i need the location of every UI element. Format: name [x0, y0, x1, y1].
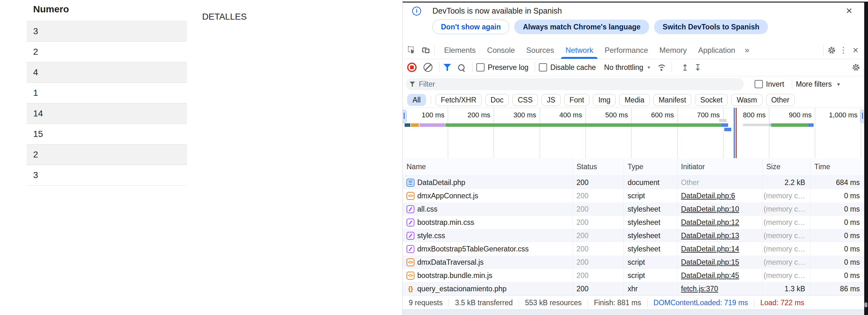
- network-request-row[interactable]: style.css200stylesheetDataDetail.php:13(…: [403, 229, 868, 242]
- chip-img[interactable]: Img: [593, 94, 616, 106]
- timeline-tick-label: 600 ms: [623, 111, 674, 119]
- network-request-row[interactable]: bootstrap.min.css200stylesheetDataDetail…: [403, 216, 868, 229]
- chip-fetchxhr[interactable]: Fetch/XHR: [436, 94, 482, 106]
- search-icon[interactable]: [458, 64, 465, 71]
- export-har-icon[interactable]: ↧: [694, 63, 702, 73]
- initiator-link[interactable]: DataDetail.php:10: [681, 205, 739, 213]
- filter-input-funnel-icon: [410, 82, 415, 87]
- divider: [792, 79, 792, 89]
- preserve-log-checkbox[interactable]: [476, 63, 485, 71]
- tab-network[interactable]: Network: [560, 41, 599, 59]
- window-top-edge: [403, 2, 868, 3]
- chip-doc[interactable]: Doc: [485, 94, 509, 106]
- status-segment: 553 kB resources: [519, 298, 588, 307]
- tab-sources[interactable]: Sources: [521, 41, 560, 59]
- initiator-link[interactable]: DataDetail.php:6: [681, 192, 735, 200]
- initiator-cell: Other: [677, 176, 763, 189]
- initiator-link[interactable]: DataDetail.php:12: [681, 218, 739, 227]
- type-cell: script: [624, 256, 677, 269]
- chip-font[interactable]: Font: [564, 94, 589, 106]
- network-settings-gear-icon[interactable]: [851, 63, 861, 72]
- match-chrome-language-button[interactable]: Always match Chrome's language: [514, 20, 649, 34]
- network-request-row[interactable]: <>dmxAppConnect.js200scriptDataDetail.ph…: [403, 189, 868, 202]
- request-name-cell: dmxBootstrap5TableGenerator.css: [403, 242, 573, 256]
- network-request-row[interactable]: <>bootstrap.bundle.min.js200scriptDataDe…: [403, 269, 868, 282]
- size-cell: (memory c…: [763, 202, 810, 216]
- dont-show-again-button[interactable]: Don't show again: [432, 20, 509, 34]
- chip-manifest[interactable]: Manifest: [653, 94, 691, 106]
- tab-elements[interactable]: Elements: [438, 41, 482, 59]
- chip-all[interactable]: All: [407, 94, 426, 106]
- scrollbar-thumb[interactable]: [865, 302, 867, 307]
- chip-wasm[interactable]: Wasm: [731, 94, 762, 106]
- kebab-menu-icon[interactable]: ⋮: [836, 45, 850, 55]
- settings-gear-icon[interactable]: [827, 46, 836, 55]
- size-cell: 2.2 kB: [763, 176, 810, 189]
- tab-application[interactable]: Application: [692, 41, 741, 59]
- invert-label: Invert: [766, 80, 784, 89]
- disable-cache-label: Disable cache: [550, 63, 596, 72]
- network-overview-timeline[interactable]: 100 ms200 ms300 ms400 ms500 ms600 ms700 …: [403, 108, 868, 159]
- waterfall-segment: [420, 123, 445, 127]
- switch-to-spanish-button[interactable]: Switch DevTools to Spanish: [654, 20, 768, 34]
- timeline-tick-label: 300 ms: [486, 111, 536, 119]
- waterfall-segment: [724, 128, 731, 131]
- column-header-name[interactable]: Name: [403, 158, 573, 175]
- stylesheet-slash: [409, 207, 412, 211]
- throttling-caret-icon[interactable]: ▾: [648, 64, 650, 70]
- filter-input[interactable]: [418, 80, 704, 89]
- page-table-row: 3: [27, 165, 187, 185]
- overview-left-handle[interactable]: [403, 110, 406, 123]
- network-conditions-icon[interactable]: [656, 64, 666, 71]
- column-header-type[interactable]: Type: [624, 158, 677, 175]
- more-tabs-icon[interactable]: »: [741, 45, 753, 55]
- invert-checkbox[interactable]: [754, 80, 763, 88]
- network-request-row[interactable]: DataDetail.php200documentOther2.2 kB684 …: [403, 176, 868, 189]
- column-header-status[interactable]: Status: [573, 158, 624, 175]
- chip-other[interactable]: Other: [766, 94, 795, 106]
- request-name-cell: all.css: [403, 202, 573, 216]
- initiator-link[interactable]: fetch.js:370: [681, 285, 718, 293]
- toggle-device-toolbar-icon[interactable]: [421, 46, 431, 55]
- network-status-bar: 9 requests3.5 kB transferred553 kB resou…: [403, 295, 868, 310]
- column-header-size[interactable]: Size: [763, 158, 810, 175]
- record-network-log-icon[interactable]: [407, 63, 416, 72]
- type-cell: stylesheet: [624, 242, 677, 256]
- column-header-initiator[interactable]: Initiator: [677, 158, 763, 175]
- tab-performance[interactable]: Performance: [599, 41, 653, 59]
- waterfall-segment: [743, 124, 769, 126]
- inspect-element-icon[interactable]: [407, 46, 416, 55]
- filter-funnel-icon[interactable]: [443, 64, 451, 71]
- size-cell: (memory c…: [763, 229, 810, 242]
- network-request-row[interactable]: {}query_estacionamiento.php200xhrfetch.j…: [403, 282, 868, 295]
- time-cell: 0 ms: [810, 202, 868, 216]
- network-request-row[interactable]: <>dmxDataTraversal.js200scriptDataDetail…: [403, 256, 868, 269]
- tab-console[interactable]: Console: [482, 41, 521, 59]
- status-cell: 200: [573, 282, 624, 295]
- request-name-cell: <>dmxDataTraversal.js: [403, 256, 573, 269]
- network-request-row[interactable]: all.css200stylesheetDataDetail.php:10(me…: [403, 202, 868, 216]
- more-filters-dropdown[interactable]: More filters ▼: [796, 80, 841, 89]
- initiator-link[interactable]: DataDetail.php:15: [681, 258, 739, 267]
- disable-cache-checkbox[interactable]: [539, 63, 547, 71]
- divider: [823, 45, 824, 55]
- throttling-select[interactable]: No throttling: [604, 63, 644, 72]
- clear-network-log-icon[interactable]: [424, 63, 432, 72]
- stylesheet-slash: [409, 220, 412, 224]
- network-request-row[interactable]: dmxBootstrap5TableGenerator.css200styles…: [403, 242, 868, 256]
- initiator-link[interactable]: DataDetail.php:13: [681, 231, 739, 240]
- initiator-link[interactable]: DataDetail.php:14: [681, 245, 739, 253]
- time-cell: 0 ms: [810, 242, 868, 256]
- page-table-row: 14: [27, 103, 187, 124]
- import-har-icon[interactable]: ↥: [681, 63, 689, 73]
- tab-memory[interactable]: Memory: [654, 41, 693, 59]
- devtools-close-icon[interactable]: ×: [850, 44, 862, 56]
- chip-socket[interactable]: Socket: [695, 94, 728, 106]
- chip-css[interactable]: CSS: [512, 94, 538, 106]
- notification-close-icon[interactable]: ×: [846, 5, 852, 16]
- chip-media[interactable]: Media: [619, 94, 650, 106]
- numero-column-header: Numero: [33, 4, 69, 15]
- column-header-time[interactable]: Time: [810, 158, 868, 175]
- chip-js[interactable]: JS: [541, 94, 561, 106]
- initiator-link[interactable]: DataDetail.php:45: [681, 271, 739, 280]
